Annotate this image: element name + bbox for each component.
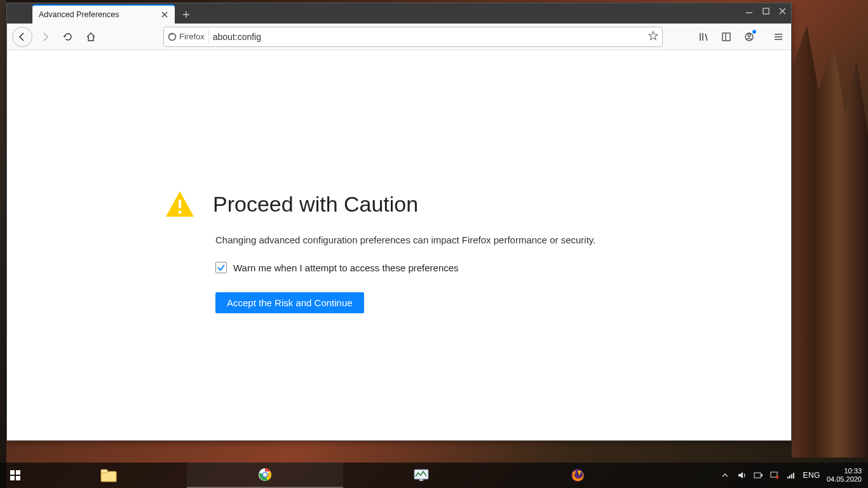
system-tray: ENG 10:33 04.05.2020 [720,467,868,484]
forward-button[interactable] [35,27,55,47]
window-maximize-button[interactable] [761,6,771,16]
svg-rect-10 [10,476,15,480]
url-text: about:config [213,32,644,42]
svg-point-16 [263,473,267,477]
svg-rect-11 [16,476,20,480]
tray-network-icon[interactable] [770,470,780,480]
page-content: Proceed with Caution Changing advanced c… [7,50,791,440]
new-tab-button[interactable] [177,6,195,24]
warn-checkbox[interactable] [215,262,227,273]
svg-rect-8 [10,470,15,475]
svg-rect-25 [789,475,790,478]
tab-close-icon[interactable] [159,10,170,20]
tray-clock[interactable]: 10:33 04.05.2020 [827,467,862,484]
tray-volume-icon[interactable] [736,470,747,480]
tab-title: Advanced Preferences [39,10,119,19]
warning-description: Changing advanced configuration preferen… [215,234,628,245]
svg-rect-9 [16,470,20,475]
svg-point-23 [776,476,779,479]
tray-time: 10:33 [827,467,862,475]
back-button[interactable] [12,27,32,47]
firefox-glyph-icon [168,32,177,41]
reload-button[interactable] [58,27,78,47]
warn-checkbox-label: Warn me when I attempt to access these p… [233,262,459,273]
identity-label: Firefox [179,32,205,41]
svg-rect-24 [787,477,789,478]
home-button[interactable] [81,27,101,47]
svg-rect-21 [761,474,763,477]
svg-rect-26 [791,474,792,478]
task-items [31,463,720,488]
browser-window: Advanced Preferences [6,3,792,441]
taskbar-monitor[interactable] [343,463,499,488]
window-controls [744,6,787,16]
start-button[interactable] [0,463,31,488]
titlebar: Advanced Preferences [7,3,791,24]
svg-point-7 [179,211,182,214]
warning-title: Proceed with Caution [213,192,418,217]
toolbar-right [696,29,786,44]
svg-rect-2 [722,33,730,41]
taskbar-file-explorer[interactable] [31,463,187,488]
library-icon[interactable] [696,29,711,44]
svg-rect-18 [419,479,423,481]
menu-icon[interactable] [771,29,786,44]
taskbar: ENG 10:33 04.05.2020 [0,463,868,488]
taskbar-firefox[interactable] [499,463,656,488]
tray-chevron-up-icon[interactable] [720,470,730,480]
taskbar-chrome[interactable] [187,463,343,488]
url-bar[interactable]: Firefox about:config [163,27,663,47]
svg-rect-13 [101,470,107,473]
browser-tab-active[interactable]: Advanced Preferences [32,4,175,24]
svg-rect-27 [793,473,794,478]
sidebar-icon[interactable] [719,29,734,44]
tray-language[interactable]: ENG [803,471,820,480]
tray-wifi-icon[interactable] [786,470,796,480]
svg-rect-0 [763,8,769,14]
svg-rect-6 [179,200,181,208]
tray-battery-icon[interactable] [753,470,763,480]
svg-rect-20 [754,473,761,478]
account-icon[interactable] [742,29,757,44]
svg-point-5 [748,34,750,37]
bookmark-star-icon[interactable] [648,30,658,43]
warning-triangle-icon [165,189,195,219]
tray-date: 04.05.2020 [827,475,862,484]
accept-risk-button[interactable]: Accept the Risk and Continue [215,292,364,313]
window-close-button[interactable] [777,6,787,16]
warning-panel: Proceed with Caution Changing advanced c… [165,189,628,313]
navigation-toolbar: Firefox about:config [7,24,791,50]
identity-box[interactable]: Firefox [168,30,209,44]
window-minimize-button[interactable] [744,6,754,16]
